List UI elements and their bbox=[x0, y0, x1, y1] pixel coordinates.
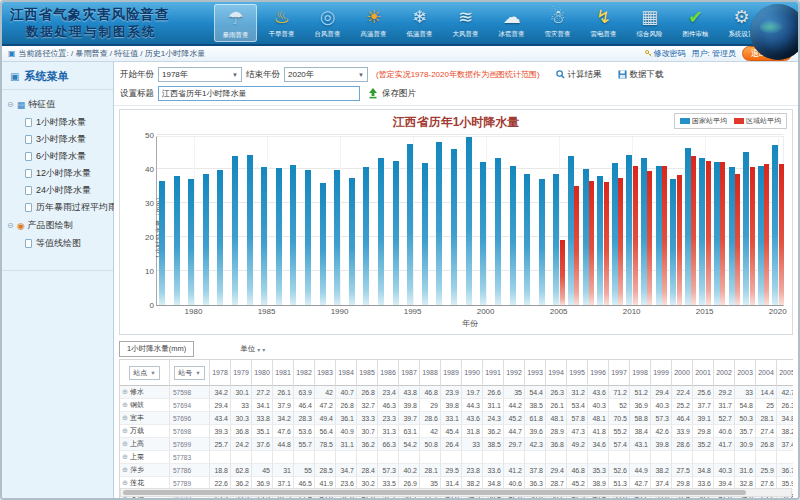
calculate-button[interactable]: 计算结果 bbox=[556, 69, 602, 81]
year-column-header[interactable]: 1983 bbox=[315, 360, 336, 386]
download-button[interactable]: 数据下载 bbox=[618, 69, 664, 81]
sidebar-item-6小时降水量[interactable]: 6小时降水量 bbox=[5, 148, 110, 165]
year-column-header[interactable]: 2002 bbox=[714, 360, 735, 386]
year-column-header[interactable]: 2005 bbox=[777, 360, 793, 386]
station-cell[interactable]: ⊕上栗 bbox=[120, 451, 170, 464]
toolbar-item-hightemp-survey[interactable]: ☀高温普查 bbox=[352, 4, 395, 42]
year-column-header[interactable]: 1982 bbox=[294, 360, 315, 386]
table-row-铜鼓[interactable]: ⊕铜鼓5769429.43334.137.946.447.226.832.746… bbox=[120, 399, 793, 412]
year-column-header[interactable]: 1980 bbox=[252, 360, 273, 386]
year-column-header[interactable]: 1992 bbox=[504, 360, 525, 386]
value-cell: 44.3 bbox=[462, 399, 483, 412]
sidebar-tree: ⊖▦特征值1小时降水量3小时降水量6小时降水量12小时降水量24小时降水量历年暴… bbox=[2, 90, 113, 260]
scrollbar-thumb[interactable] bbox=[123, 490, 746, 495]
toolbar-item-gale-survey[interactable]: ≋大风普查 bbox=[444, 4, 487, 42]
sidebar-item-历年暴雨过程平均雨量[interactable]: 历年暴雨过程平均雨量 bbox=[5, 199, 110, 216]
year-column-header[interactable]: 1987 bbox=[399, 360, 420, 386]
sidebar-divider bbox=[2, 270, 113, 271]
tree-group-1[interactable]: ⊖◉产品图绘制 bbox=[5, 216, 110, 235]
value-cell: 31.1 bbox=[336, 438, 357, 451]
table-row-修水[interactable]: ⊕修水5759834.230.127.226.163.94240.726.823… bbox=[120, 386, 793, 399]
sidebar-item-12小时降水量[interactable]: 12小时降水量 bbox=[5, 165, 110, 182]
table-row-萍乡[interactable]: ⊕萍乡5778618.862.845315528.534.728.457.340… bbox=[120, 464, 793, 477]
year-column-header[interactable]: 1981 bbox=[273, 360, 294, 386]
year-column-header[interactable]: 1999 bbox=[651, 360, 672, 386]
year-column-header[interactable]: 1995 bbox=[567, 360, 588, 386]
year-column-header[interactable]: 2001 bbox=[693, 360, 714, 386]
toolbar-item-lowtemp-survey[interactable]: ❄低温普查 bbox=[398, 4, 441, 42]
chart-title-input[interactable] bbox=[158, 86, 360, 101]
station-cell[interactable]: ⊕铜鼓 bbox=[120, 399, 170, 412]
collapse-icon[interactable]: ⊖ bbox=[7, 221, 14, 230]
year-column-header[interactable]: 1979 bbox=[231, 360, 252, 386]
sidebar-item-等值线绘图[interactable]: 等值线绘图 bbox=[5, 235, 110, 252]
value-cell: 39.3 bbox=[210, 425, 231, 438]
bar-national-1984 bbox=[247, 155, 253, 305]
tree-group-0[interactable]: ⊖▦特征值 bbox=[5, 95, 110, 114]
value-cell: 30.3 bbox=[231, 412, 252, 425]
station-cell[interactable]: ⊕万载 bbox=[120, 425, 170, 438]
page-icon bbox=[25, 135, 32, 144]
table-row-万载[interactable]: ⊕万载5769839.336.835.147.653.656.440.930.7… bbox=[120, 425, 793, 438]
toolbar-item-composite-risk[interactable]: ▦综合风险 bbox=[628, 4, 671, 42]
value-cell: 34.8 bbox=[693, 464, 714, 477]
year-column-header[interactable]: 1991 bbox=[483, 360, 504, 386]
table-row-宜丰[interactable]: ⊕宜丰5769643.430.333.834.228.349.436.133.3… bbox=[120, 412, 793, 425]
toolbar-item-rainstorm-survey[interactable]: ☂暴雨普查 bbox=[214, 4, 257, 42]
toolbar-item-lightning-survey[interactable]: ↯雷电普查 bbox=[582, 4, 625, 42]
sidebar-item-3小时降水量[interactable]: 3小时降水量 bbox=[5, 131, 110, 148]
value-cell: 66.3 bbox=[378, 438, 399, 451]
value-cell: 39.7 bbox=[399, 412, 420, 425]
table-row-上高[interactable]: ⊕上高5769925.724.237.644.855.778.531.136.2… bbox=[120, 438, 793, 451]
year-column-header[interactable]: 2000 bbox=[672, 360, 693, 386]
start-year-select[interactable]: 1978年 ▼ bbox=[158, 67, 242, 82]
year-column-header[interactable]: 2003 bbox=[735, 360, 756, 386]
save-image-icon[interactable] bbox=[368, 88, 378, 99]
collapse-icon[interactable]: ⊖ bbox=[7, 100, 14, 109]
year-column-header[interactable]: 1986 bbox=[378, 360, 399, 386]
toolbar-item-map-review[interactable]: ✔图件审核 bbox=[674, 4, 717, 42]
expand-icon[interactable]: ⊕ bbox=[122, 388, 128, 396]
expand-icon[interactable]: ⊕ bbox=[122, 453, 128, 461]
change-password-link[interactable]: 修改密码 bbox=[645, 48, 686, 59]
year-column-header[interactable]: 2004 bbox=[756, 360, 777, 386]
toolbar-item-drought-survey[interactable]: ♨干旱普查 bbox=[260, 4, 303, 42]
station-cell[interactable]: ⊕宜丰 bbox=[120, 412, 170, 425]
station-id-filter[interactable]: 站号▼ bbox=[174, 366, 204, 380]
horizontal-scrollbar[interactable] bbox=[120, 488, 792, 497]
year-column-header[interactable]: 1978 bbox=[210, 360, 231, 386]
year-column-header[interactable]: 1994 bbox=[546, 360, 567, 386]
end-year-select[interactable]: 2020年 ▼ bbox=[284, 67, 368, 82]
year-column-header[interactable]: 1984 bbox=[336, 360, 357, 386]
toolbar-item-snow-survey[interactable]: ☃雪灾普查 bbox=[536, 4, 579, 42]
station-cell[interactable]: ⊕修水 bbox=[120, 386, 170, 399]
toolbar-item-typhoon-survey[interactable]: ◎台风普查 bbox=[306, 4, 349, 42]
station-filter[interactable]: 站点▼ bbox=[129, 366, 159, 380]
year-column-header[interactable]: 1985 bbox=[357, 360, 378, 386]
expand-icon[interactable]: ⊕ bbox=[122, 466, 128, 474]
year-column-header[interactable]: 1990 bbox=[462, 360, 483, 386]
sidebar-item-1小时降水量[interactable]: 1小时降水量 bbox=[5, 114, 110, 131]
year-column-header[interactable]: 1993 bbox=[525, 360, 546, 386]
year-column-header[interactable]: 1998 bbox=[630, 360, 651, 386]
expand-icon[interactable]: ⊕ bbox=[122, 479, 128, 487]
station-cell[interactable]: ⊕上高 bbox=[120, 438, 170, 451]
sidebar-item-24小时降水量[interactable]: 24小时降水量 bbox=[5, 182, 110, 199]
year-column-header[interactable]: 1989 bbox=[441, 360, 462, 386]
expand-icon[interactable]: ⊕ bbox=[122, 401, 128, 409]
value-cell: 33.8 bbox=[252, 412, 273, 425]
measure-box[interactable]: 1小时降水量(mm) bbox=[119, 341, 194, 357]
station-cell[interactable]: ⊕萍乡 bbox=[120, 464, 170, 477]
toolbar-item-hail-survey[interactable]: ☁冰雹普查 bbox=[490, 4, 533, 42]
unit-filter[interactable]: 单位 ▾ ▾ bbox=[240, 344, 265, 354]
expand-icon[interactable]: ⊕ bbox=[122, 427, 128, 435]
bar-national-2011 bbox=[641, 158, 647, 305]
year-column-header[interactable]: 1996 bbox=[588, 360, 609, 386]
value-cell: 70.5 bbox=[609, 412, 630, 425]
expand-icon[interactable]: ⊕ bbox=[122, 414, 128, 422]
value-cell: 26.6 bbox=[483, 386, 504, 399]
year-column-header[interactable]: 1997 bbox=[609, 360, 630, 386]
expand-icon[interactable]: ⊕ bbox=[122, 440, 128, 448]
year-column-header[interactable]: 1988 bbox=[420, 360, 441, 386]
table-row-上栗[interactable]: ⊕上栗57783 bbox=[120, 451, 793, 464]
